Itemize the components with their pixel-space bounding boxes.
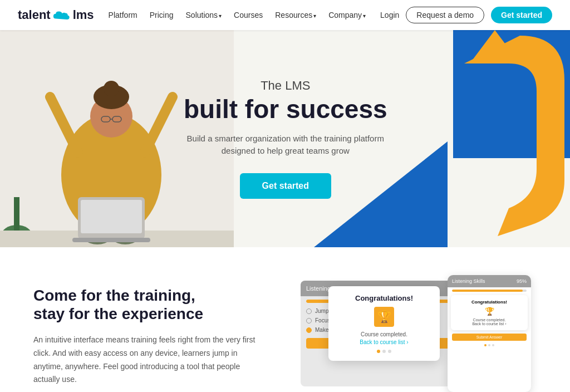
nav-actions: Login Request a demo Get started (380, 7, 552, 23)
hero-get-started-button[interactable]: Get started (240, 173, 331, 199)
svg-rect-17 (72, 238, 150, 242)
hero-section: The LMS built for success Build a smarte… (0, 30, 570, 247)
mock-mobile-header: Listening Skills 95% (448, 275, 531, 287)
mock-dot (388, 350, 391, 353)
mock-mobile-submit-btn: Submit Answer (452, 334, 527, 341)
mock-mobile-trophy-icon: 🏆 (455, 307, 523, 316)
svg-rect-2 (14, 197, 19, 236)
mock-mobile-congrats: Congratulations! (455, 300, 523, 305)
nav-pricing[interactable]: Pricing (150, 11, 174, 19)
mock-mobile-course-text: Course completed.Back to course list › (455, 318, 523, 326)
mock-mobile-dot-active (484, 344, 487, 346)
mock-mobile-popup: Congratulations! 🏆 Course completed.Back… (451, 295, 528, 330)
mock-mobile-dot (492, 344, 494, 346)
mock-radio-checked (306, 327, 312, 333)
chevron-down-icon: ▾ (363, 13, 366, 19)
features-section: Come for the training,stay for the exper… (0, 247, 570, 392)
nav-courses[interactable]: Courses (234, 11, 263, 19)
request-demo-button[interactable]: Request a demo (406, 7, 484, 23)
mock-radio (306, 318, 312, 324)
mock-mobile-progress-bar (452, 290, 527, 292)
mock-mobile-card: Listening Skills 95% Congratulations! 🏆 … (448, 275, 531, 392)
chevron-down-icon: ▾ (313, 13, 316, 19)
features-title: Come for the training,stay for the exper… (33, 286, 267, 324)
mock-dot-active (377, 350, 380, 353)
mock-mobile-progress-fill (452, 290, 523, 292)
hero-title: built for success (184, 95, 387, 124)
features-description: An intuitive interface means training fe… (33, 334, 267, 386)
logo-cloud-icon (52, 9, 72, 21)
get-started-nav-button[interactable]: Get started (491, 7, 552, 23)
features-text: Come for the training,stay for the exper… (33, 286, 267, 386)
logo[interactable]: talent lms (18, 8, 94, 22)
features-visual: Listening Skills 100% Jump in right away… (301, 275, 537, 392)
chevron-down-icon: ▾ (219, 13, 222, 19)
hero-description: Build a smarter organization with the tr… (184, 133, 387, 158)
nav-company[interactable]: Company▾ (328, 11, 366, 19)
mock-congratulations-popup: Congratulations! 🏆 Course completed. Bac… (328, 286, 440, 361)
logo-talent: talent (18, 8, 51, 22)
login-button[interactable]: Login (380, 11, 399, 19)
nav-solutions[interactable]: Solutions▾ (186, 11, 222, 19)
hero-content: The LMS built for success Build a smarte… (184, 79, 387, 199)
nav-resources[interactable]: Resources▾ (275, 11, 316, 19)
mock-mobile-dot (488, 344, 490, 346)
nav-platform[interactable]: Platform (109, 11, 137, 19)
svg-rect-16 (81, 200, 142, 233)
mock-carousel-dots (336, 350, 432, 353)
mock-mobile-dots (448, 344, 531, 346)
hero-orange-arrow-icon (409, 30, 570, 236)
mock-course-completed-text: Course completed. (336, 331, 432, 337)
hero-subtitle: The LMS (184, 79, 387, 93)
mock-popup-title: Congratulations! (336, 294, 432, 302)
mock-dot (382, 350, 386, 353)
navbar: talent lms Platform Pricing Solutions▾ C… (0, 0, 570, 30)
logo-lms: lms (73, 8, 94, 22)
nav-links: Platform Pricing Solutions▾ Courses Reso… (109, 11, 366, 19)
mock-radio (306, 308, 312, 314)
mock-back-to-course-link[interactable]: Back to course list › (336, 339, 432, 345)
mock-trophy-icon: 🏆 (374, 307, 394, 327)
svg-point-9 (104, 81, 119, 96)
